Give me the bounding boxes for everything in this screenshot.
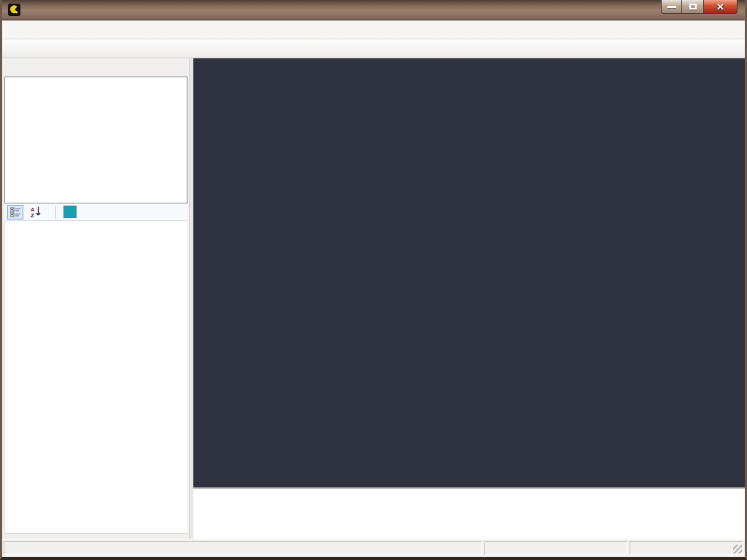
status-message (484, 541, 627, 555)
message-log[interactable] (193, 487, 745, 539)
caption-buttons: ✕ (661, 0, 738, 14)
cambam-logo-icon (8, 4, 20, 16)
menu-bar (2, 20, 745, 39)
property-help-area (4, 533, 187, 539)
main-toolbar (2, 39, 745, 58)
property-grid (4, 221, 187, 533)
svg-text:Z: Z (31, 212, 34, 217)
status-bar (2, 539, 745, 557)
panel-tabs (4, 60, 189, 77)
drawing-tree (4, 77, 187, 203)
cambam-window: ✕ A (0, 0, 747, 560)
help-icon[interactable] (63, 206, 77, 218)
maximize-button[interactable] (682, 0, 703, 14)
close-button[interactable]: ✕ (703, 0, 738, 14)
title-bar[interactable]: ✕ (2, 0, 745, 20)
categorized-icon[interactable] (7, 205, 23, 219)
alphabetical-sort-icon[interactable]: A Z (28, 205, 44, 219)
left-panel: A Z (2, 58, 189, 539)
status-coordinates (630, 541, 743, 555)
resize-grip[interactable] (733, 545, 742, 553)
status-left-panel (4, 541, 482, 555)
property-toolbar: A Z (4, 203, 187, 221)
minimize-button[interactable] (661, 0, 682, 14)
viewport-3d[interactable] (193, 58, 745, 487)
